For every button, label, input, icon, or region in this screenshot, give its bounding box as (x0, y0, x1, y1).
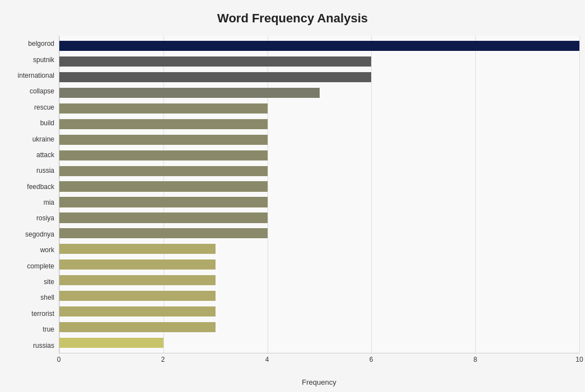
bar (59, 322, 216, 332)
y-axis-label: build (40, 120, 54, 126)
x-axis-tick-label: 8 (474, 356, 478, 363)
chart-area: belgorodsputnikinternationalcollapseresc… (6, 36, 579, 353)
bar-row (59, 241, 579, 257)
y-axis-label: complete (27, 263, 54, 270)
bar-row (59, 195, 579, 210)
y-axis-label: site (44, 278, 54, 285)
bar (59, 291, 216, 301)
bar (59, 103, 268, 114)
y-axis-label: russias (33, 342, 54, 349)
bar (59, 119, 268, 129)
y-axis-label: true (43, 326, 54, 333)
y-axis-label: rescue (34, 104, 54, 111)
y-axis-label: feedback (27, 183, 54, 190)
y-axis-label: attack (36, 152, 54, 158)
y-axis-label: rosiya (36, 215, 54, 221)
grid-line (579, 36, 580, 353)
bar-row (59, 163, 579, 179)
y-axis-label: belgorod (28, 40, 54, 47)
bar-row (59, 319, 579, 335)
bar-row (59, 69, 579, 85)
bar-row (59, 257, 579, 272)
bar-row (59, 54, 579, 69)
bar (59, 135, 268, 145)
bar-row (59, 288, 579, 304)
bar-row (59, 304, 579, 319)
bar (59, 72, 371, 82)
x-axis-tick-label: 2 (161, 356, 165, 363)
y-axis-label: international (18, 72, 54, 79)
bar (59, 306, 216, 317)
x-axis-labels: 0246810 (59, 356, 579, 367)
chart-title: Word Frequency Analysis (217, 11, 368, 26)
bar (59, 150, 268, 160)
bars-wrapper (59, 36, 579, 353)
bar-row (59, 38, 579, 54)
bar-row (59, 179, 579, 195)
x-axis-tick-label: 4 (265, 356, 269, 363)
y-axis-label: collapse (30, 88, 54, 95)
x-axis-title: Frequency (59, 378, 579, 386)
bar (59, 244, 216, 254)
bar-row (59, 225, 579, 241)
bar (59, 56, 371, 67)
x-axis-tick-label: 0 (57, 356, 61, 363)
bar-row (59, 210, 579, 225)
bar-row (59, 335, 579, 351)
bar-row (59, 132, 579, 148)
bar-row (59, 101, 579, 116)
y-axis-label: ukraine (32, 136, 54, 143)
y-axis-label: sputnik (33, 56, 54, 63)
bar (59, 212, 268, 223)
bar (59, 88, 320, 98)
bar (59, 228, 268, 238)
x-axis-tick-label: 10 (575, 356, 583, 363)
bars-and-grid (59, 36, 579, 353)
bar-row (59, 116, 579, 132)
y-axis-label: mia (44, 199, 54, 206)
bar (59, 166, 268, 176)
bar-row (59, 272, 579, 288)
bar-row (59, 148, 579, 163)
bar (59, 338, 163, 348)
y-axis-label: segodnya (25, 231, 54, 238)
bar (59, 259, 216, 270)
chart-container: belgorodsputnikinternationalcollapseresc… (6, 36, 579, 386)
bar (59, 197, 268, 207)
x-axis-tick-label: 6 (369, 356, 373, 363)
y-axis-label: shell (40, 294, 54, 301)
y-axis: belgorodsputnikinternationalcollapseresc… (6, 36, 59, 353)
y-axis-label: work (40, 247, 54, 253)
bar (59, 275, 216, 285)
y-axis-label: terrorist (31, 310, 54, 317)
bar-row (59, 85, 579, 101)
bar (59, 181, 268, 191)
y-axis-label: russia (36, 167, 54, 174)
bar (59, 41, 579, 51)
